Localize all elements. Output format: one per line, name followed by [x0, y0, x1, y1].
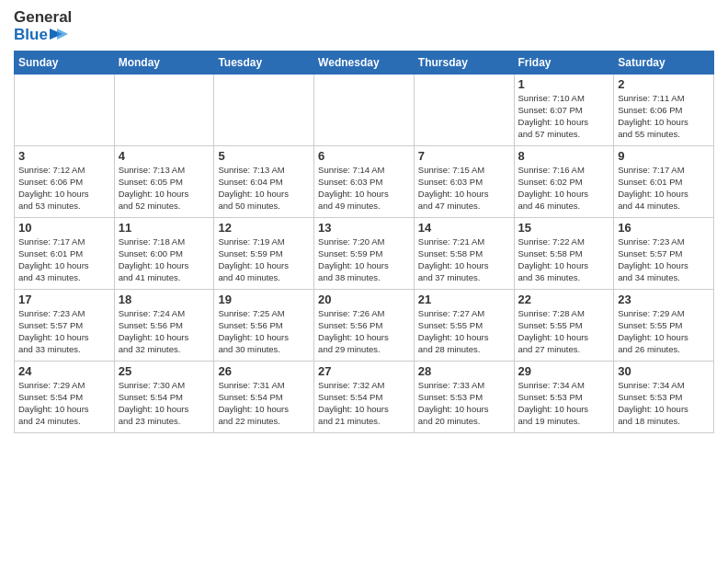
calendar-cell: 11Sunrise: 7:18 AM Sunset: 6:00 PM Dayli…: [114, 218, 214, 290]
day-number: 6: [318, 149, 410, 163]
day-info: Sunrise: 7:17 AM Sunset: 6:01 PM Dayligh…: [18, 236, 110, 283]
calendar-cell: 23Sunrise: 7:29 AM Sunset: 5:55 PM Dayli…: [614, 290, 714, 362]
calendar-cell: 30Sunrise: 7:34 AM Sunset: 5:53 PM Dayli…: [614, 362, 714, 433]
day-info: Sunrise: 7:30 AM Sunset: 5:54 PM Dayligh…: [119, 380, 210, 427]
day-info: Sunrise: 7:34 AM Sunset: 5:53 PM Dayligh…: [518, 380, 610, 427]
day-number: 26: [218, 364, 310, 378]
calendar-cell: 9Sunrise: 7:17 AM Sunset: 6:01 PM Daylig…: [614, 146, 714, 218]
day-number: 24: [18, 364, 110, 378]
day-number: 4: [119, 149, 210, 163]
calendar-cell: 5Sunrise: 7:13 AM Sunset: 6:04 PM Daylig…: [214, 146, 314, 218]
day-number: 25: [119, 364, 210, 378]
weekday-header-thursday: Thursday: [414, 52, 514, 75]
day-number: 15: [518, 221, 610, 235]
day-info: Sunrise: 7:20 AM Sunset: 5:59 PM Dayligh…: [318, 236, 410, 283]
calendar-table: SundayMondayTuesdayWednesdayThursdayFrid…: [14, 51, 714, 433]
day-number: 18: [119, 293, 210, 306]
day-info: Sunrise: 7:10 AM Sunset: 6:07 PM Dayligh…: [518, 93, 610, 140]
calendar-cell: 12Sunrise: 7:19 AM Sunset: 5:59 PM Dayli…: [214, 218, 314, 290]
day-number: 20: [318, 293, 410, 306]
calendar-cell: [15, 75, 115, 146]
calendar-cell: [214, 75, 314, 146]
calendar-cell: [414, 75, 514, 146]
weekday-header-friday: Friday: [514, 52, 614, 75]
day-info: Sunrise: 7:15 AM Sunset: 6:03 PM Dayligh…: [418, 165, 510, 212]
week-row-5: 24Sunrise: 7:29 AM Sunset: 5:54 PM Dayli…: [15, 362, 714, 433]
svg-marker-1: [57, 29, 68, 40]
calendar-cell: 4Sunrise: 7:13 AM Sunset: 6:05 PM Daylig…: [114, 146, 214, 218]
day-info: Sunrise: 7:27 AM Sunset: 5:55 PM Dayligh…: [418, 308, 510, 355]
day-number: 2: [618, 77, 710, 91]
day-info: Sunrise: 7:17 AM Sunset: 6:01 PM Dayligh…: [618, 165, 710, 212]
calendar-cell: 19Sunrise: 7:25 AM Sunset: 5:56 PM Dayli…: [214, 290, 314, 362]
day-info: Sunrise: 7:13 AM Sunset: 6:05 PM Dayligh…: [119, 165, 210, 212]
logo: General Blue: [14, 9, 72, 43]
calendar-cell: 14Sunrise: 7:21 AM Sunset: 5:58 PM Dayli…: [414, 218, 514, 290]
day-number: 9: [618, 149, 710, 163]
day-info: Sunrise: 7:28 AM Sunset: 5:55 PM Dayligh…: [518, 308, 610, 355]
day-number: 7: [418, 149, 510, 163]
day-info: Sunrise: 7:31 AM Sunset: 5:54 PM Dayligh…: [218, 380, 310, 427]
calendar-cell: [114, 75, 214, 146]
day-number: 23: [618, 293, 710, 306]
weekday-header-row: SundayMondayTuesdayWednesdayThursdayFrid…: [15, 52, 714, 75]
day-info: Sunrise: 7:29 AM Sunset: 5:55 PM Dayligh…: [618, 308, 710, 355]
page-header: General Blue: [14, 9, 714, 43]
calendar-cell: 7Sunrise: 7:15 AM Sunset: 6:03 PM Daylig…: [414, 146, 514, 218]
day-info: Sunrise: 7:22 AM Sunset: 5:58 PM Dayligh…: [518, 236, 610, 283]
day-info: Sunrise: 7:12 AM Sunset: 6:06 PM Dayligh…: [18, 165, 110, 212]
calendar-cell: 16Sunrise: 7:23 AM Sunset: 5:57 PM Dayli…: [614, 218, 714, 290]
calendar-cell: 10Sunrise: 7:17 AM Sunset: 6:01 PM Dayli…: [15, 218, 115, 290]
calendar-cell: 24Sunrise: 7:29 AM Sunset: 5:54 PM Dayli…: [15, 362, 115, 433]
week-row-1: 1Sunrise: 7:10 AM Sunset: 6:07 PM Daylig…: [15, 75, 714, 146]
calendar-cell: 28Sunrise: 7:33 AM Sunset: 5:53 PM Dayli…: [414, 362, 514, 433]
calendar-cell: 22Sunrise: 7:28 AM Sunset: 5:55 PM Dayli…: [514, 290, 614, 362]
day-number: 19: [218, 293, 310, 306]
day-number: 12: [218, 221, 310, 235]
week-row-4: 17Sunrise: 7:23 AM Sunset: 5:57 PM Dayli…: [15, 290, 714, 362]
day-number: 1: [518, 77, 610, 91]
calendar-cell: 18Sunrise: 7:24 AM Sunset: 5:56 PM Dayli…: [114, 290, 214, 362]
calendar-cell: 15Sunrise: 7:22 AM Sunset: 5:58 PM Dayli…: [514, 218, 614, 290]
day-number: 28: [418, 364, 510, 378]
day-info: Sunrise: 7:29 AM Sunset: 5:54 PM Dayligh…: [18, 380, 110, 427]
day-info: Sunrise: 7:23 AM Sunset: 5:57 PM Dayligh…: [618, 236, 710, 283]
day-info: Sunrise: 7:33 AM Sunset: 5:53 PM Dayligh…: [418, 380, 510, 427]
weekday-header-sunday: Sunday: [15, 52, 115, 75]
day-info: Sunrise: 7:25 AM Sunset: 5:56 PM Dayligh…: [218, 308, 310, 355]
calendar-cell: [314, 75, 415, 146]
day-info: Sunrise: 7:18 AM Sunset: 6:00 PM Dayligh…: [119, 236, 210, 283]
day-number: 29: [518, 364, 610, 378]
day-number: 16: [618, 221, 710, 235]
day-number: 11: [119, 221, 210, 235]
day-info: Sunrise: 7:24 AM Sunset: 5:56 PM Dayligh…: [119, 308, 210, 355]
day-number: 30: [618, 364, 710, 378]
calendar-cell: 6Sunrise: 7:14 AM Sunset: 6:03 PM Daylig…: [314, 146, 415, 218]
week-row-3: 10Sunrise: 7:17 AM Sunset: 6:01 PM Dayli…: [15, 218, 714, 290]
weekday-header-tuesday: Tuesday: [214, 52, 314, 75]
calendar-cell: 3Sunrise: 7:12 AM Sunset: 6:06 PM Daylig…: [15, 146, 115, 218]
day-info: Sunrise: 7:23 AM Sunset: 5:57 PM Dayligh…: [18, 308, 110, 355]
weekday-header-saturday: Saturday: [614, 52, 714, 75]
day-info: Sunrise: 7:32 AM Sunset: 5:54 PM Dayligh…: [318, 380, 410, 427]
day-info: Sunrise: 7:26 AM Sunset: 5:56 PM Dayligh…: [318, 308, 410, 355]
day-number: 21: [418, 293, 510, 306]
day-number: 3: [18, 149, 110, 163]
calendar-cell: 21Sunrise: 7:27 AM Sunset: 5:55 PM Dayli…: [414, 290, 514, 362]
day-info: Sunrise: 7:11 AM Sunset: 6:06 PM Dayligh…: [618, 93, 710, 140]
calendar-cell: 29Sunrise: 7:34 AM Sunset: 5:53 PM Dayli…: [514, 362, 614, 433]
day-number: 22: [518, 293, 610, 306]
day-number: 13: [318, 221, 410, 235]
calendar-cell: 1Sunrise: 7:10 AM Sunset: 6:07 PM Daylig…: [514, 75, 614, 146]
day-info: Sunrise: 7:16 AM Sunset: 6:02 PM Dayligh…: [518, 165, 610, 212]
weekday-header-wednesday: Wednesday: [314, 52, 415, 75]
weekday-header-monday: Monday: [114, 52, 214, 75]
calendar-cell: 26Sunrise: 7:31 AM Sunset: 5:54 PM Dayli…: [214, 362, 314, 433]
calendar-cell: 2Sunrise: 7:11 AM Sunset: 6:06 PM Daylig…: [614, 75, 714, 146]
day-number: 27: [318, 364, 410, 378]
week-row-2: 3Sunrise: 7:12 AM Sunset: 6:06 PM Daylig…: [15, 146, 714, 218]
day-number: 14: [418, 221, 510, 235]
day-info: Sunrise: 7:13 AM Sunset: 6:04 PM Dayligh…: [218, 165, 310, 212]
day-info: Sunrise: 7:19 AM Sunset: 5:59 PM Dayligh…: [218, 236, 310, 283]
day-number: 10: [18, 221, 110, 235]
